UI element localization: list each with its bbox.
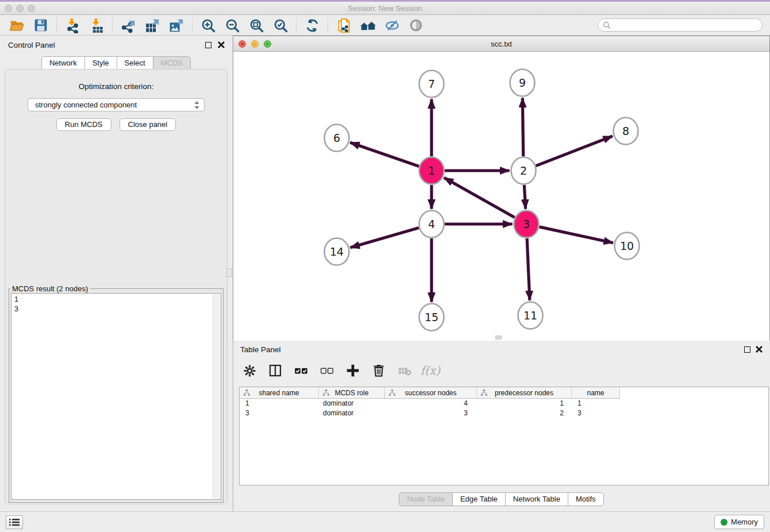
float-table-panel-icon[interactable] xyxy=(744,346,750,353)
cell-successor-nodes[interactable]: 3 xyxy=(385,408,477,418)
zoom-selected-button[interactable] xyxy=(272,17,289,34)
open-session-button[interactable] xyxy=(8,17,25,34)
columns-icon xyxy=(268,364,282,377)
float-panel-icon[interactable] xyxy=(205,42,211,48)
memory-button[interactable]: Memory xyxy=(714,515,764,529)
cell-predecessor-nodes[interactable]: 1 xyxy=(477,399,572,408)
zoom-out-button[interactable] xyxy=(224,17,241,34)
graph-edge-3-1[interactable] xyxy=(444,178,515,217)
add-column-button[interactable] xyxy=(345,363,361,379)
eye-slash-icon xyxy=(384,18,400,33)
cell-mcds-role[interactable]: dominator xyxy=(319,408,385,418)
graph-edge-2-3[interactable] xyxy=(524,185,525,209)
tab-network-table[interactable]: Network Table xyxy=(505,492,568,506)
import-network-button[interactable] xyxy=(64,17,81,34)
tab-motifs[interactable]: Motifs xyxy=(568,492,604,506)
column-header-name[interactable]: name xyxy=(572,387,620,399)
cell-shared-name[interactable]: 1 xyxy=(240,399,319,408)
tab-select[interactable]: Select xyxy=(117,56,153,70)
graph-edge-3-10[interactable] xyxy=(540,227,613,243)
optimization-criterion-label: Optimization criterion: xyxy=(5,82,227,91)
close-panel-icon[interactable] xyxy=(217,41,225,49)
mcds-panel: Optimization criterion: strongly connect… xyxy=(5,69,228,504)
vertical-splitter-grip[interactable] xyxy=(226,268,232,277)
column-label: predecessor nodes xyxy=(495,389,553,397)
chevron-up-down-icon xyxy=(194,101,200,110)
zoom-fit-icon xyxy=(249,18,264,33)
refresh-button[interactable] xyxy=(303,17,321,34)
close-table-panel-icon[interactable] xyxy=(755,345,763,353)
cell-name[interactable]: 3 xyxy=(572,408,620,418)
network-window-title: scc.txt xyxy=(233,40,769,48)
column-header-mcds-role[interactable]: MCDS role xyxy=(319,387,385,399)
export-image-button[interactable] xyxy=(168,17,185,34)
graph-edge-2-9[interactable] xyxy=(522,98,523,156)
fx-icon: f(x) xyxy=(421,364,440,377)
column-header-shared-name[interactable]: shared name xyxy=(240,387,319,399)
result-scrollbar[interactable] xyxy=(213,294,220,499)
graph-edge-3-11[interactable] xyxy=(527,238,530,300)
column-header-successor-nodes[interactable]: successor nodes xyxy=(385,387,477,399)
cell-shared-name[interactable]: 3 xyxy=(240,408,319,418)
floppy-disk-icon xyxy=(33,18,48,33)
export-network-button[interactable] xyxy=(120,17,137,34)
checked-boxes-icon xyxy=(294,363,309,378)
graph-node-label-7: 7 xyxy=(428,78,435,90)
import-table-icon xyxy=(89,18,105,33)
tab-mcds[interactable]: MCDS xyxy=(153,56,191,70)
table-row[interactable]: 1 dominator 4 1 1 xyxy=(240,399,768,408)
tab-network[interactable]: Network xyxy=(41,56,85,70)
table-panel-header: Table Panel xyxy=(233,341,770,357)
column-label: name xyxy=(587,389,604,397)
run-mcds-button[interactable]: Run MCDS xyxy=(56,118,111,131)
deselect-all-button[interactable] xyxy=(319,363,335,379)
mcds-result-line: 3 xyxy=(14,304,218,314)
zoom-fit-button[interactable] xyxy=(248,17,265,34)
gray-circle-button[interactable] xyxy=(407,17,425,34)
graph-edge-2-8[interactable] xyxy=(536,136,613,166)
document-share-icon xyxy=(336,18,352,33)
import-table-button[interactable] xyxy=(88,17,105,34)
cell-predecessor-nodes[interactable]: 2 xyxy=(477,408,572,418)
select-all-button[interactable] xyxy=(293,363,309,379)
table-panel-title: Table Panel xyxy=(240,345,281,354)
tab-node-table[interactable]: Node Table xyxy=(399,492,453,506)
gray-circle-icon xyxy=(409,18,424,33)
toggle-columns-button[interactable] xyxy=(267,363,283,379)
column-header-predecessor-nodes[interactable]: predecessor nodes xyxy=(477,387,572,399)
graph-node-label-6: 6 xyxy=(333,132,340,144)
cell-name[interactable]: 1 xyxy=(572,399,620,408)
mcds-result-line: 1 xyxy=(14,295,218,304)
zoom-in-button[interactable] xyxy=(199,17,217,34)
delete-columns-button[interactable] xyxy=(371,363,387,379)
table-row[interactable]: 3 dominator 3 2 3 xyxy=(240,408,768,418)
search-field[interactable] xyxy=(598,18,763,32)
export-table-button[interactable] xyxy=(144,17,161,34)
network-graph: 1234678910111415 xyxy=(233,52,769,341)
main-toolbar xyxy=(0,16,770,36)
graph-node-label-2: 2 xyxy=(520,164,527,177)
graph-node-label-10: 10 xyxy=(620,240,634,252)
document-share-button[interactable] xyxy=(335,17,352,34)
mcds-result-textarea[interactable]: 1 3 xyxy=(11,293,221,500)
search-input[interactable] xyxy=(611,20,762,30)
close-panel-button[interactable]: Close panel xyxy=(120,118,176,131)
tree-icon xyxy=(322,389,330,396)
zoom-in-icon xyxy=(201,18,216,33)
horizontal-splitter-grip[interactable] xyxy=(495,336,502,340)
column-label: successor nodes xyxy=(405,389,456,397)
optimization-criterion-select[interactable]: strongly connected component xyxy=(28,98,205,111)
table-settings-button[interactable] xyxy=(241,363,257,379)
cell-successor-nodes[interactable]: 4 xyxy=(385,399,477,408)
cell-mcds-role[interactable]: dominator xyxy=(319,399,385,408)
graph-edge-1-6[interactable] xyxy=(350,142,419,166)
task-history-button[interactable] xyxy=(6,515,23,529)
tab-edge-table[interactable]: Edge Table xyxy=(452,492,506,506)
graph-edge-4-14[interactable] xyxy=(351,228,419,248)
double-home-button[interactable] xyxy=(359,17,376,34)
window-title: Session: New Session xyxy=(0,4,770,13)
tab-style[interactable]: Style xyxy=(84,56,117,70)
eye-slash-button[interactable] xyxy=(383,17,401,34)
save-session-button[interactable] xyxy=(32,17,49,34)
network-canvas[interactable]: 1234678910111415 xyxy=(233,52,769,341)
